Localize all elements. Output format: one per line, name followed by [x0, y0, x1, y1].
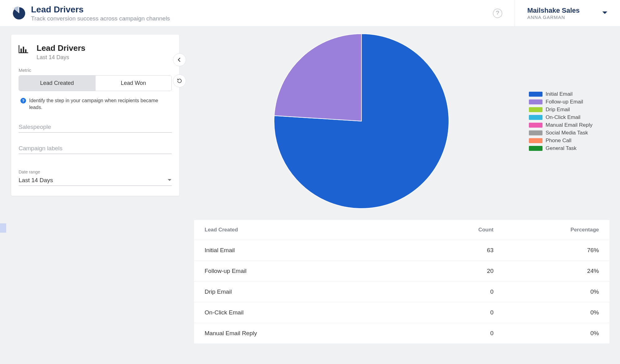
panel-header-text: Lead Drivers Last 14 Days	[37, 43, 86, 61]
legend-item[interactable]: General Task	[529, 145, 609, 151]
salespeople-input[interactable]	[19, 124, 172, 130]
table-header: Lead Created Count Percentage	[194, 220, 609, 240]
page-title: Lead Drivers	[31, 5, 170, 15]
chart-row: Initial EmailFollow-up EmailDrip EmailOn…	[194, 33, 609, 209]
legend-label: On-Click Email	[546, 114, 580, 121]
chevron-down-icon	[167, 177, 172, 183]
campaign-labels-field[interactable]	[19, 145, 172, 154]
legend-swatch	[529, 99, 542, 104]
legend-swatch	[529, 107, 542, 112]
metric-hint: ? Identify the step in your campaign whe…	[19, 97, 172, 111]
table-row[interactable]: On-Click Email00%	[194, 302, 609, 323]
side-handle[interactable]	[0, 223, 6, 233]
metric-segmented: Lead Created Lead Won	[19, 75, 172, 91]
legend-item[interactable]: Manual Email Reply	[529, 122, 609, 128]
svg-rect-0	[20, 49, 22, 52]
pie-chart	[194, 33, 529, 209]
campaign-labels-input[interactable]	[19, 145, 172, 152]
legend-swatch	[529, 115, 542, 120]
cell-pct: 0%	[494, 288, 599, 295]
cell-label: Manual Email Reply	[205, 330, 432, 337]
col-lead-created: Lead Created	[205, 227, 432, 233]
caret-down-icon	[602, 10, 608, 16]
content: Lead Drivers Last 14 Days Metric Lead Cr…	[0, 27, 620, 344]
cell-count: 63	[432, 247, 494, 254]
legend-label: Follow-up Email	[546, 99, 583, 105]
date-range-label: Date range	[19, 169, 172, 174]
table-row[interactable]: Drip Email00%	[194, 282, 609, 302]
col-count: Count	[432, 227, 494, 233]
cell-pct: 0%	[494, 309, 599, 316]
date-range-select[interactable]: Last 14 Days	[19, 174, 172, 186]
help-icon[interactable]: ?	[493, 9, 502, 18]
legend-swatch	[529, 146, 542, 151]
account-switcher[interactable]: Mailshake Sales ANNA GARMAN	[515, 0, 620, 26]
cell-count: 0	[432, 288, 494, 295]
panel-subtitle: Last 14 Days	[37, 54, 86, 61]
metric-hint-text: Identify the step in your campaign when …	[29, 97, 170, 111]
legend-item[interactable]: Initial Email	[529, 91, 609, 97]
results-table: Lead Created Count Percentage Initial Em…	[194, 220, 609, 344]
salespeople-field[interactable]	[19, 124, 172, 133]
cell-count: 20	[432, 268, 494, 274]
cell-count: 0	[432, 309, 494, 316]
table-row[interactable]: Follow-up Email2024%	[194, 261, 609, 282]
legend-item[interactable]: Social Media Task	[529, 130, 609, 136]
topbar-left: Lead Drivers Track conversion success ac…	[12, 5, 493, 22]
legend-swatch	[529, 92, 542, 97]
account-text: Mailshake Sales ANNA GARMAN	[527, 7, 580, 20]
cell-pct: 0%	[494, 330, 599, 337]
pie-chart-logo-icon	[12, 7, 26, 20]
account-user: ANNA GARMAN	[527, 15, 580, 20]
info-icon[interactable]: ?	[20, 98, 26, 103]
legend-item[interactable]: Follow-up Email	[529, 99, 609, 105]
cell-pct: 24%	[494, 268, 599, 274]
svg-rect-2	[25, 49, 26, 52]
legend-label: Initial Email	[546, 91, 573, 97]
date-range-value: Last 14 Days	[19, 177, 53, 184]
table-row[interactable]: Initial Email6376%	[194, 240, 609, 261]
page-subtitle: Track conversion success across campaign…	[31, 15, 170, 22]
chart-legend: Initial EmailFollow-up EmailDrip EmailOn…	[529, 90, 609, 153]
account-name: Mailshake Sales	[527, 7, 580, 15]
cell-label: On-Click Email	[205, 309, 432, 316]
legend-item[interactable]: Drip Email	[529, 107, 609, 113]
legend-item[interactable]: On-Click Email	[529, 114, 609, 121]
legend-swatch	[529, 123, 542, 128]
legend-label: Phone Call	[546, 138, 571, 144]
table-row[interactable]: Manual Email Reply00%	[194, 323, 609, 344]
legend-label: Social Media Task	[546, 130, 588, 136]
cell-count: 0	[432, 330, 494, 337]
collapse-panel-button[interactable]	[173, 53, 186, 66]
filters-panel: Lead Drivers Last 14 Days Metric Lead Cr…	[11, 35, 179, 196]
legend-swatch	[529, 138, 542, 143]
legend-label: Drip Email	[546, 107, 570, 113]
seg-lead-created[interactable]: Lead Created	[19, 76, 95, 91]
pie-slice[interactable]	[274, 34, 361, 121]
cell-label: Initial Email	[205, 247, 432, 254]
refresh-button[interactable]	[173, 74, 186, 87]
metric-label: Metric	[19, 68, 172, 73]
col-percentage: Percentage	[494, 227, 599, 233]
cell-pct: 76%	[494, 247, 599, 254]
bar-chart-icon	[19, 45, 31, 55]
title-block: Lead Drivers Track conversion success ac…	[31, 5, 170, 22]
legend-item[interactable]: Phone Call	[529, 138, 609, 144]
panel-header: Lead Drivers Last 14 Days	[19, 43, 172, 61]
cell-label: Drip Email	[205, 288, 432, 295]
svg-rect-1	[23, 47, 24, 52]
panel-title: Lead Drivers	[37, 43, 86, 53]
main-area: Initial EmailFollow-up EmailDrip EmailOn…	[179, 27, 620, 344]
seg-lead-won[interactable]: Lead Won	[95, 76, 172, 91]
topbar: Lead Drivers Track conversion success ac…	[0, 0, 620, 27]
legend-label: Manual Email Reply	[546, 122, 592, 128]
legend-swatch	[529, 130, 542, 135]
cell-label: Follow-up Email	[205, 268, 432, 274]
legend-label: General Task	[546, 145, 577, 151]
